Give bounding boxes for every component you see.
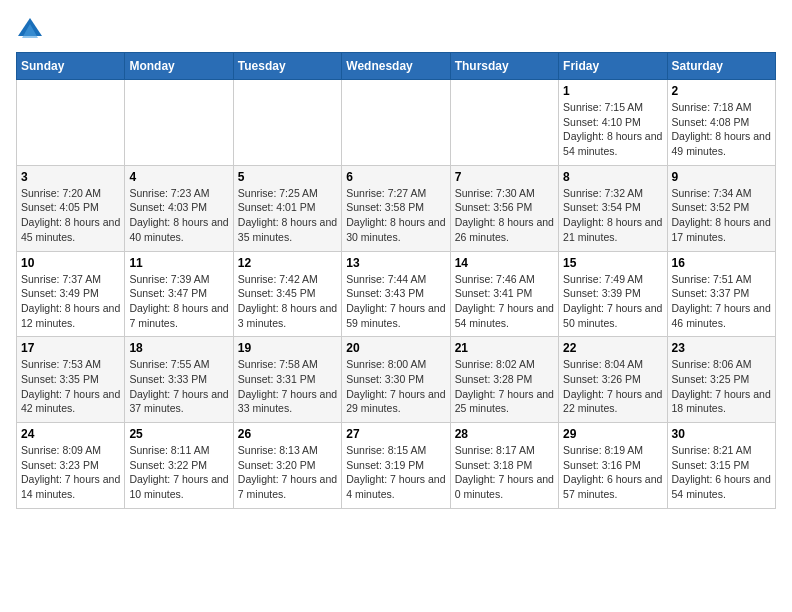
day-info: Sunrise: 8:13 AMSunset: 3:20 PMDaylight:…	[238, 443, 337, 502]
day-number: 22	[563, 341, 662, 355]
day-number: 10	[21, 256, 120, 270]
table-row	[450, 80, 558, 166]
table-row: 3Sunrise: 7:20 AMSunset: 4:05 PMDaylight…	[17, 165, 125, 251]
day-number: 2	[672, 84, 771, 98]
table-row: 15Sunrise: 7:49 AMSunset: 3:39 PMDayligh…	[559, 251, 667, 337]
day-number: 28	[455, 427, 554, 441]
table-row: 22Sunrise: 8:04 AMSunset: 3:26 PMDayligh…	[559, 337, 667, 423]
table-row: 9Sunrise: 7:34 AMSunset: 3:52 PMDaylight…	[667, 165, 775, 251]
day-number: 8	[563, 170, 662, 184]
table-row: 7Sunrise: 7:30 AMSunset: 3:56 PMDaylight…	[450, 165, 558, 251]
day-info: Sunrise: 8:19 AMSunset: 3:16 PMDaylight:…	[563, 443, 662, 502]
col-thursday: Thursday	[450, 53, 558, 80]
day-number: 13	[346, 256, 445, 270]
day-number: 5	[238, 170, 337, 184]
table-row: 16Sunrise: 7:51 AMSunset: 3:37 PMDayligh…	[667, 251, 775, 337]
day-info: Sunrise: 7:46 AMSunset: 3:41 PMDaylight:…	[455, 272, 554, 331]
day-info: Sunrise: 7:32 AMSunset: 3:54 PMDaylight:…	[563, 186, 662, 245]
day-info: Sunrise: 7:23 AMSunset: 4:03 PMDaylight:…	[129, 186, 228, 245]
day-number: 29	[563, 427, 662, 441]
day-number: 25	[129, 427, 228, 441]
table-row: 5Sunrise: 7:25 AMSunset: 4:01 PMDaylight…	[233, 165, 341, 251]
day-info: Sunrise: 7:53 AMSunset: 3:35 PMDaylight:…	[21, 357, 120, 416]
day-number: 16	[672, 256, 771, 270]
day-number: 3	[21, 170, 120, 184]
day-number: 1	[563, 84, 662, 98]
day-info: Sunrise: 8:21 AMSunset: 3:15 PMDaylight:…	[672, 443, 771, 502]
day-number: 4	[129, 170, 228, 184]
table-row: 23Sunrise: 8:06 AMSunset: 3:25 PMDayligh…	[667, 337, 775, 423]
day-number: 11	[129, 256, 228, 270]
day-number: 21	[455, 341, 554, 355]
logo	[16, 16, 48, 44]
table-row: 14Sunrise: 7:46 AMSunset: 3:41 PMDayligh…	[450, 251, 558, 337]
table-row: 20Sunrise: 8:00 AMSunset: 3:30 PMDayligh…	[342, 337, 450, 423]
day-info: Sunrise: 8:02 AMSunset: 3:28 PMDaylight:…	[455, 357, 554, 416]
table-row: 4Sunrise: 7:23 AMSunset: 4:03 PMDaylight…	[125, 165, 233, 251]
day-info: Sunrise: 7:51 AMSunset: 3:37 PMDaylight:…	[672, 272, 771, 331]
day-info: Sunrise: 8:15 AMSunset: 3:19 PMDaylight:…	[346, 443, 445, 502]
day-info: Sunrise: 7:42 AMSunset: 3:45 PMDaylight:…	[238, 272, 337, 331]
day-info: Sunrise: 8:00 AMSunset: 3:30 PMDaylight:…	[346, 357, 445, 416]
day-number: 27	[346, 427, 445, 441]
table-row: 30Sunrise: 8:21 AMSunset: 3:15 PMDayligh…	[667, 423, 775, 509]
table-row: 6Sunrise: 7:27 AMSunset: 3:58 PMDaylight…	[342, 165, 450, 251]
table-row: 25Sunrise: 8:11 AMSunset: 3:22 PMDayligh…	[125, 423, 233, 509]
table-row: 10Sunrise: 7:37 AMSunset: 3:49 PMDayligh…	[17, 251, 125, 337]
day-info: Sunrise: 8:04 AMSunset: 3:26 PMDaylight:…	[563, 357, 662, 416]
day-number: 23	[672, 341, 771, 355]
day-info: Sunrise: 7:44 AMSunset: 3:43 PMDaylight:…	[346, 272, 445, 331]
day-number: 17	[21, 341, 120, 355]
day-info: Sunrise: 7:18 AMSunset: 4:08 PMDaylight:…	[672, 100, 771, 159]
day-info: Sunrise: 8:11 AMSunset: 3:22 PMDaylight:…	[129, 443, 228, 502]
calendar-table: Sunday Monday Tuesday Wednesday Thursday…	[16, 52, 776, 509]
calendar-week-row: 1Sunrise: 7:15 AMSunset: 4:10 PMDaylight…	[17, 80, 776, 166]
col-tuesday: Tuesday	[233, 53, 341, 80]
day-info: Sunrise: 7:34 AMSunset: 3:52 PMDaylight:…	[672, 186, 771, 245]
day-number: 14	[455, 256, 554, 270]
col-wednesday: Wednesday	[342, 53, 450, 80]
table-row: 28Sunrise: 8:17 AMSunset: 3:18 PMDayligh…	[450, 423, 558, 509]
col-saturday: Saturday	[667, 53, 775, 80]
col-monday: Monday	[125, 53, 233, 80]
table-row: 2Sunrise: 7:18 AMSunset: 4:08 PMDaylight…	[667, 80, 775, 166]
day-info: Sunrise: 8:17 AMSunset: 3:18 PMDaylight:…	[455, 443, 554, 502]
day-number: 19	[238, 341, 337, 355]
calendar-week-row: 24Sunrise: 8:09 AMSunset: 3:23 PMDayligh…	[17, 423, 776, 509]
table-row	[233, 80, 341, 166]
day-info: Sunrise: 7:55 AMSunset: 3:33 PMDaylight:…	[129, 357, 228, 416]
day-number: 15	[563, 256, 662, 270]
table-row: 21Sunrise: 8:02 AMSunset: 3:28 PMDayligh…	[450, 337, 558, 423]
day-number: 20	[346, 341, 445, 355]
table-row: 1Sunrise: 7:15 AMSunset: 4:10 PMDaylight…	[559, 80, 667, 166]
table-row: 12Sunrise: 7:42 AMSunset: 3:45 PMDayligh…	[233, 251, 341, 337]
day-info: Sunrise: 7:30 AMSunset: 3:56 PMDaylight:…	[455, 186, 554, 245]
col-sunday: Sunday	[17, 53, 125, 80]
calendar-header-row: Sunday Monday Tuesday Wednesday Thursday…	[17, 53, 776, 80]
table-row	[342, 80, 450, 166]
logo-icon	[16, 16, 44, 44]
day-info: Sunrise: 7:20 AMSunset: 4:05 PMDaylight:…	[21, 186, 120, 245]
table-row: 18Sunrise: 7:55 AMSunset: 3:33 PMDayligh…	[125, 337, 233, 423]
day-number: 7	[455, 170, 554, 184]
day-info: Sunrise: 8:06 AMSunset: 3:25 PMDaylight:…	[672, 357, 771, 416]
day-info: Sunrise: 8:09 AMSunset: 3:23 PMDaylight:…	[21, 443, 120, 502]
table-row: 29Sunrise: 8:19 AMSunset: 3:16 PMDayligh…	[559, 423, 667, 509]
table-row: 8Sunrise: 7:32 AMSunset: 3:54 PMDaylight…	[559, 165, 667, 251]
day-number: 26	[238, 427, 337, 441]
day-info: Sunrise: 7:49 AMSunset: 3:39 PMDaylight:…	[563, 272, 662, 331]
day-info: Sunrise: 7:58 AMSunset: 3:31 PMDaylight:…	[238, 357, 337, 416]
day-info: Sunrise: 7:15 AMSunset: 4:10 PMDaylight:…	[563, 100, 662, 159]
page-header	[16, 16, 776, 44]
day-number: 9	[672, 170, 771, 184]
table-row: 24Sunrise: 8:09 AMSunset: 3:23 PMDayligh…	[17, 423, 125, 509]
table-row	[17, 80, 125, 166]
day-info: Sunrise: 7:27 AMSunset: 3:58 PMDaylight:…	[346, 186, 445, 245]
table-row: 17Sunrise: 7:53 AMSunset: 3:35 PMDayligh…	[17, 337, 125, 423]
table-row: 13Sunrise: 7:44 AMSunset: 3:43 PMDayligh…	[342, 251, 450, 337]
day-number: 30	[672, 427, 771, 441]
calendar-week-row: 10Sunrise: 7:37 AMSunset: 3:49 PMDayligh…	[17, 251, 776, 337]
table-row: 11Sunrise: 7:39 AMSunset: 3:47 PMDayligh…	[125, 251, 233, 337]
day-number: 12	[238, 256, 337, 270]
calendar-week-row: 3Sunrise: 7:20 AMSunset: 4:05 PMDaylight…	[17, 165, 776, 251]
